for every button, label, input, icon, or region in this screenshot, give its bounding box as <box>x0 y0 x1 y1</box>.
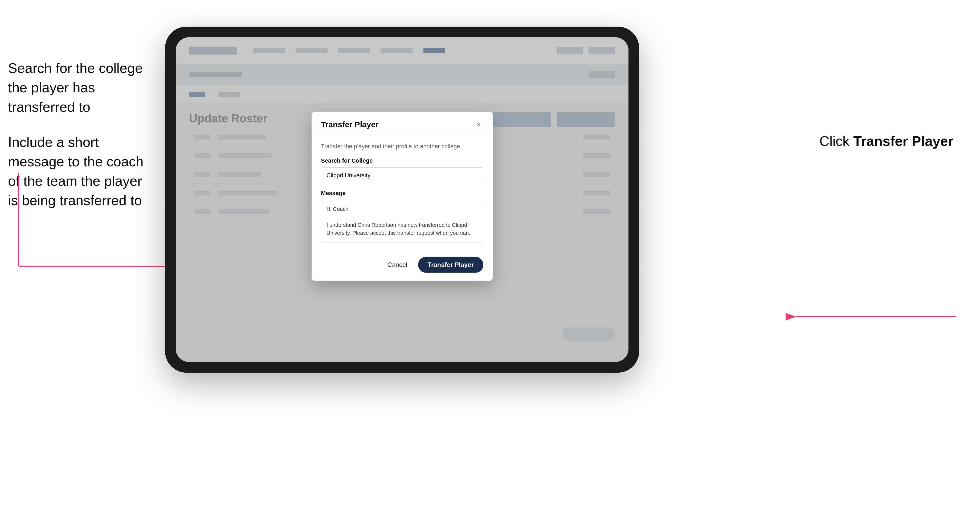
modal-title: Transfer Player <box>321 120 379 129</box>
modal-header: Transfer Player × <box>312 112 493 135</box>
annotation-search-text: Search for the college the player has tr… <box>8 59 149 117</box>
annotation-right-panel: Click Transfer Player <box>819 133 953 149</box>
modal-subtitle: Transfer the player and their profile to… <box>321 143 483 150</box>
annotation-transfer-bold: Transfer Player <box>853 133 953 149</box>
search-college-input[interactable] <box>321 167 483 183</box>
modal-footer: Cancel Transfer Player <box>312 252 493 281</box>
modal-close-button[interactable]: × <box>474 120 483 129</box>
annotation-click-text: Click <box>819 133 850 149</box>
message-textarea[interactable] <box>321 200 483 243</box>
cancel-button[interactable]: Cancel <box>382 258 413 272</box>
tablet-screen: Update Roster <box>176 37 628 362</box>
tablet-frame: Update Roster <box>165 27 639 373</box>
message-label: Message <box>321 190 483 197</box>
transfer-player-modal: Transfer Player × Transfer the player an… <box>312 112 493 281</box>
transfer-player-button[interactable]: Transfer Player <box>418 257 483 273</box>
search-college-label: Search for College <box>321 157 483 164</box>
modal-body: Transfer the player and their profile to… <box>312 135 493 252</box>
right-arrow <box>788 301 961 333</box>
